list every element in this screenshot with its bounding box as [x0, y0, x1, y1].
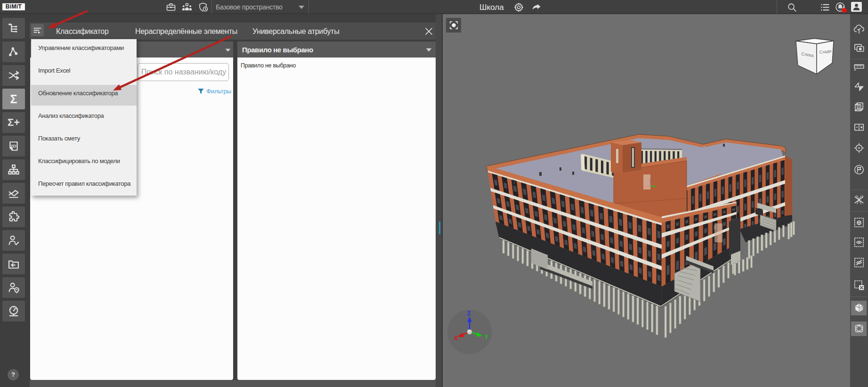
svg-text:X: X: [454, 335, 458, 342]
svg-text:Z: Z: [467, 310, 471, 317]
svg-text:1: 1: [855, 195, 857, 198]
svg-text:Y: Y: [485, 334, 488, 340]
svg-text:2D: 2D: [10, 143, 16, 148]
svg-text:2: 2: [861, 195, 863, 198]
